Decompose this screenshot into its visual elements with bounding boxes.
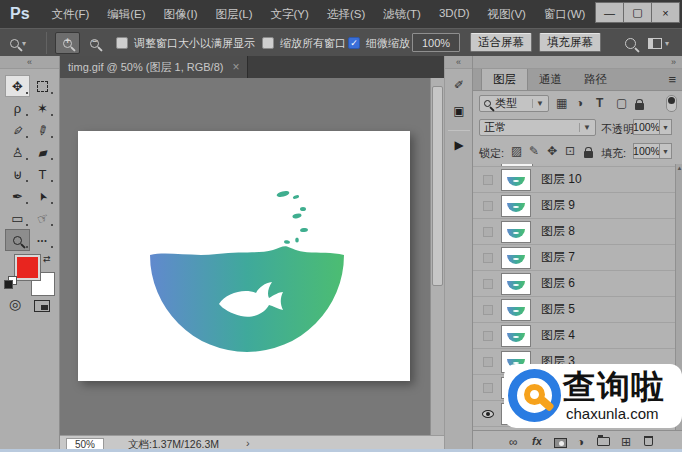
visibility-toggle[interactable] bbox=[481, 253, 495, 263]
visibility-toggle[interactable] bbox=[481, 227, 495, 237]
close-tab-icon[interactable]: × bbox=[232, 60, 239, 74]
layer-thumbnail[interactable] bbox=[501, 273, 531, 295]
marquee-tool[interactable] bbox=[30, 75, 55, 97]
visibility-toggle[interactable] bbox=[481, 279, 495, 289]
document-tab[interactable]: timg.gif @ 50% (图层 1, RGB/8) × bbox=[60, 56, 248, 78]
fit-screen-button[interactable]: 适合屏幕 bbox=[470, 33, 532, 52]
swap-colors-icon[interactable]: ⇄ bbox=[43, 254, 51, 264]
menu-item[interactable]: 窗口(W) bbox=[544, 7, 586, 22]
maximize-button[interactable]: ▢ bbox=[623, 2, 652, 23]
layer-name[interactable]: 图层 5 bbox=[541, 301, 575, 318]
minimize-button[interactable]: — bbox=[595, 2, 624, 23]
move-tool[interactable]: ✥ bbox=[5, 75, 30, 97]
tab-channels[interactable]: 通道 bbox=[528, 69, 573, 90]
tools-panel-header[interactable]: « bbox=[0, 56, 59, 69]
menu-item[interactable]: 文件(F) bbox=[52, 7, 90, 22]
visibility-toggle[interactable] bbox=[481, 383, 495, 393]
menu-item[interactable]: 3D(D) bbox=[439, 7, 470, 22]
layer-row[interactable]: 图层 7 bbox=[473, 245, 675, 271]
resize-windows-checkbox[interactable]: 调整窗口大小以满屏显示 bbox=[116, 29, 255, 57]
layer-row[interactable]: 图层 8 bbox=[473, 219, 675, 245]
menu-item[interactable]: 编辑(E) bbox=[107, 7, 145, 22]
tab-paths[interactable]: 路径 bbox=[573, 69, 618, 90]
brush-tool[interactable]: ✏ bbox=[30, 119, 55, 141]
filter-toggle-switch[interactable] bbox=[666, 95, 677, 112]
lock-position-icon[interactable]: ✥ bbox=[547, 144, 557, 158]
default-foreground-swatch[interactable] bbox=[4, 280, 13, 289]
clone-source-panel-icon[interactable]: ▣ bbox=[445, 104, 473, 118]
layer-row[interactable]: 图层 10 bbox=[473, 167, 675, 193]
zoom-tool[interactable] bbox=[5, 229, 30, 251]
lock-transparency-icon[interactable]: ▨ bbox=[511, 144, 522, 158]
path-select-tool[interactable]: ➤ bbox=[30, 185, 55, 207]
fill-screen-button[interactable]: 填充屏幕 bbox=[539, 33, 601, 52]
scroll-up-icon[interactable]: ▲ bbox=[676, 165, 682, 171]
panel-dock-header[interactable]: » bbox=[473, 56, 682, 69]
rectangle-tool[interactable]: ▭ bbox=[5, 207, 30, 229]
close-button[interactable]: × bbox=[651, 2, 680, 23]
search-button[interactable] bbox=[625, 29, 636, 57]
screen-mode-icon[interactable] bbox=[34, 300, 50, 312]
zoom-out-button[interactable]: − bbox=[82, 32, 107, 54]
menu-item[interactable]: 视图(V) bbox=[488, 7, 526, 22]
brush-settings-panel-icon[interactable]: ✐ bbox=[445, 78, 473, 92]
panel-menu-icon[interactable]: ≡ bbox=[668, 72, 676, 87]
quick-mask-icon[interactable]: ◎ bbox=[9, 296, 21, 312]
magic-wand-tool[interactable]: ✶ bbox=[30, 97, 55, 119]
zoom-tool-preset[interactable]: ▾ bbox=[10, 29, 26, 57]
lasso-tool[interactable]: ρ bbox=[5, 97, 30, 119]
delete-layer-icon[interactable] bbox=[644, 433, 653, 449]
clone-stamp-tool[interactable]: ♙ bbox=[5, 141, 30, 163]
menu-item[interactable]: 滤镜(T) bbox=[383, 7, 421, 22]
scrollbar-thumb[interactable] bbox=[432, 86, 443, 286]
status-options-arrow[interactable]: › bbox=[246, 437, 250, 449]
zoom-in-button[interactable]: + bbox=[55, 32, 80, 54]
layer-thumbnail[interactable] bbox=[501, 195, 531, 217]
foreground-color-swatch[interactable] bbox=[15, 255, 40, 280]
paint-bucket-tool[interactable]: ⊎ bbox=[5, 163, 30, 185]
lock-pixels-icon[interactable]: ✎ bbox=[529, 144, 539, 158]
zoom-level-field[interactable]: 100% bbox=[412, 33, 460, 52]
layer-thumbnail[interactable] bbox=[501, 247, 531, 269]
strip-header[interactable]: « bbox=[445, 56, 472, 69]
fine-zoom-checkbox[interactable]: ✓ 细微缩放 bbox=[348, 29, 410, 57]
menu-item[interactable]: 选择(S) bbox=[327, 7, 365, 22]
canvas-vertical-scrollbar[interactable] bbox=[430, 78, 444, 435]
zoom-all-windows-checkbox[interactable]: 缩放所有窗口 bbox=[262, 29, 346, 57]
layer-thumbnail[interactable] bbox=[501, 299, 531, 321]
eye-icon[interactable] bbox=[481, 410, 495, 418]
layer-thumbnail[interactable] bbox=[501, 169, 531, 191]
filter-pixel-layers-icon[interactable]: ▦ bbox=[556, 96, 567, 110]
visibility-toggle[interactable] bbox=[481, 305, 495, 315]
layer-name[interactable]: 图层 8 bbox=[541, 223, 575, 240]
hand-tool[interactable]: ☞ bbox=[30, 207, 55, 229]
layer-name[interactable]: 图层 7 bbox=[541, 249, 575, 266]
opacity-chevron[interactable]: ▼ bbox=[659, 119, 672, 135]
visibility-toggle[interactable] bbox=[481, 201, 495, 211]
layer-name[interactable]: 图层 4 bbox=[541, 327, 575, 344]
type-tool[interactable]: T bbox=[30, 163, 55, 185]
artboard[interactable] bbox=[78, 131, 410, 381]
fill-chevron[interactable]: ▼ bbox=[659, 143, 672, 159]
menu-item[interactable]: 文字(Y) bbox=[271, 7, 309, 22]
filter-type-select[interactable]: 类型 ▼ bbox=[479, 95, 549, 112]
layer-name[interactable]: 图层 6 bbox=[541, 275, 575, 292]
filter-shape-layers-icon[interactable]: ▢ bbox=[616, 96, 627, 110]
visibility-toggle[interactable] bbox=[481, 357, 495, 367]
eraser-tool[interactable]: ▰ bbox=[30, 141, 55, 163]
filter-adjustment-layers-icon[interactable]: ◑ bbox=[576, 96, 583, 110]
canvas[interactable] bbox=[60, 78, 430, 435]
layer-row[interactable]: 图层 5 bbox=[473, 297, 675, 323]
blend-mode-select[interactable]: 正常 ▼ bbox=[479, 119, 596, 136]
layer-thumbnail[interactable] bbox=[501, 325, 531, 347]
edit-toolbar-tool[interactable]: ••• bbox=[30, 229, 55, 251]
opacity-field[interactable]: 100% bbox=[633, 119, 660, 135]
adjustment-layer-icon[interactable]: ◑ bbox=[577, 435, 584, 449]
menu-item[interactable]: 图层(L) bbox=[215, 7, 252, 22]
layer-thumbnail[interactable] bbox=[501, 221, 531, 243]
fill-field[interactable]: 100% bbox=[633, 143, 660, 159]
visibility-toggle[interactable] bbox=[481, 175, 495, 185]
layer-row[interactable]: 图层 4 bbox=[473, 323, 675, 349]
menu-item[interactable]: 图像(I) bbox=[164, 7, 198, 22]
new-group-icon[interactable] bbox=[597, 433, 610, 449]
